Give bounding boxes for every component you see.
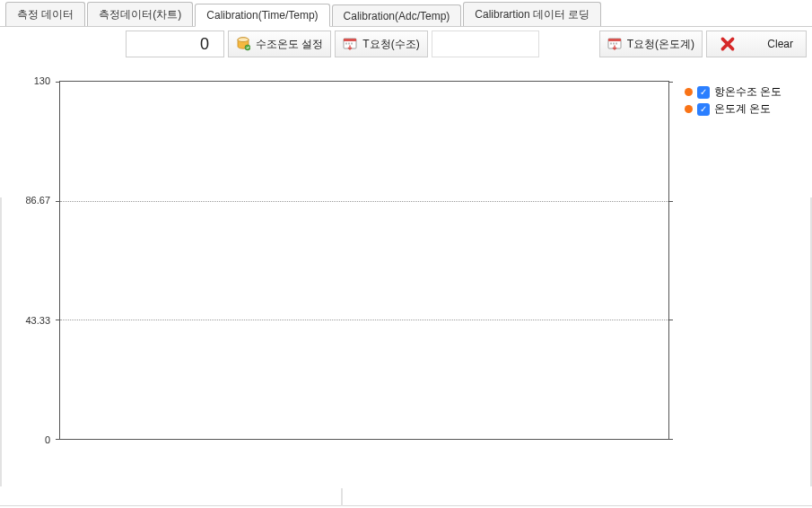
current-value-display: 0	[126, 31, 224, 57]
series-color-dot	[685, 88, 693, 96]
svg-rect-4	[344, 39, 356, 41]
svg-rect-7	[351, 43, 353, 45]
clear-label: Clear	[767, 38, 793, 50]
y-tick-label: 43.33	[7, 315, 50, 326]
y-tick-label: 0	[7, 434, 50, 445]
chart-area: 130 86.67 43.33 0 ✓ 항온수조 온도 ✓ 온도계 온도	[7, 81, 805, 494]
request-tank-temp-label: T요청(수조)	[362, 37, 419, 52]
calendar-down-icon	[343, 37, 357, 51]
tab-calibration-data-loading[interactable]: Calibrartion 데이터 로딩	[463, 2, 601, 27]
y-axis: 130 86.67 43.33 0	[7, 81, 56, 440]
tab-divider	[0, 26, 812, 27]
request-tank-temp-button[interactable]: T요청(수조)	[335, 31, 427, 57]
request-thermo-temp-button[interactable]: T요청(온도계)	[599, 31, 703, 57]
toolbar: 0 수조온도 설정 T요청(수조) T요청(온도계) Clear	[0, 27, 812, 61]
legend-item[interactable]: ✓ 항온수조 온도	[685, 84, 799, 100]
tab-bar: 측정 데이터 측정데이터(차트) Calibration(Time/Temp) …	[0, 0, 812, 27]
tab-calibration-adc-temp[interactable]: Calibration(Adc/Temp)	[332, 4, 462, 27]
close-icon	[720, 36, 736, 52]
svg-rect-6	[348, 43, 350, 45]
y-tick-label: 86.67	[7, 195, 50, 206]
tab-measure-data[interactable]: 측정 데이터	[5, 2, 85, 27]
set-tank-temp-button[interactable]: 수조온도 설정	[228, 31, 331, 57]
y-tick-label: 130	[7, 75, 50, 86]
svg-rect-5	[345, 43, 347, 45]
legend-item[interactable]: ✓ 온도계 온도	[685, 101, 799, 117]
toolbar-empty-slot	[432, 31, 539, 57]
chart-plot[interactable]	[59, 81, 669, 440]
svg-rect-9	[608, 39, 621, 41]
svg-rect-11	[613, 43, 615, 45]
calendar-down-icon	[607, 37, 622, 51]
request-thermo-temp-label: T요청(온도계)	[627, 37, 694, 52]
bottom-border	[0, 505, 812, 506]
panel-edge	[341, 488, 343, 506]
legend-label: 온도계 온도	[714, 101, 771, 117]
series-checkbox[interactable]: ✓	[697, 86, 710, 99]
series-checkbox[interactable]: ✓	[697, 103, 710, 116]
tab-measure-chart[interactable]: 측정데이터(차트)	[87, 2, 193, 27]
legend-label: 항온수조 온도	[714, 84, 781, 100]
svg-rect-10	[610, 43, 612, 45]
chart-legend: ✓ 항온수조 온도 ✓ 온도계 온도	[679, 81, 805, 122]
tab-calibration-time-temp[interactable]: Calibration(Time/Temp)	[195, 4, 329, 27]
panel-edge	[0, 197, 2, 486]
svg-point-2	[245, 45, 250, 50]
svg-rect-12	[616, 43, 617, 45]
svg-point-1	[238, 38, 249, 42]
series-color-dot	[685, 105, 693, 113]
database-icon	[236, 37, 250, 51]
clear-button[interactable]: Clear	[706, 31, 807, 57]
set-tank-temp-label: 수조온도 설정	[256, 37, 323, 52]
